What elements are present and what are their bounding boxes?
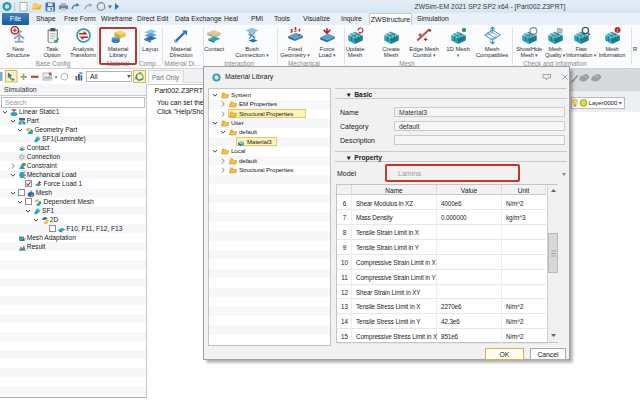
svg-text:i: i: [616, 27, 617, 33]
svg-text:Layer0000: Layer0000: [589, 99, 618, 106]
